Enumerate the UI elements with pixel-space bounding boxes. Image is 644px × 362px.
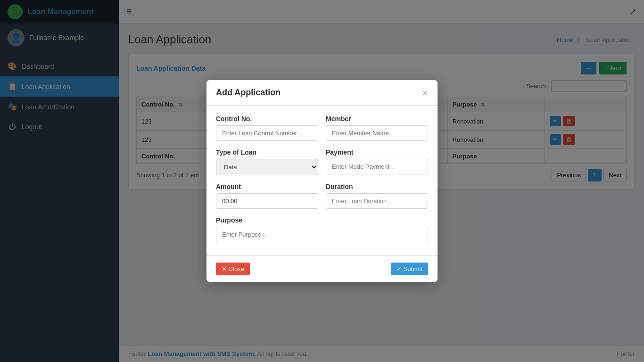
form-group-purpose: Purpose (216, 216, 428, 242)
type-label: Type of Loan (216, 148, 318, 156)
purpose-label: Purpose (216, 216, 428, 224)
amount-label: Amount (216, 183, 318, 190)
amount-input[interactable] (216, 193, 318, 209)
form-row-2: Type of Loan Data Payment (216, 148, 428, 175)
form-group-duration: Duration (326, 183, 428, 209)
modal-footer: ✕ Close ✔ Submit (206, 255, 438, 282)
purpose-input[interactable] (216, 227, 428, 242)
duration-label: Duration (326, 183, 428, 190)
add-application-modal: Add Application × Control No. Member Typ… (206, 80, 438, 282)
modal-header: Add Application × (206, 80, 438, 106)
form-group-type: Type of Loan Data (216, 148, 318, 175)
member-label: Member (326, 115, 428, 123)
form-group-control-no: Control No. (216, 115, 318, 141)
modal-body: Control No. Member Type of Loan Data Pay… (206, 106, 438, 255)
type-select[interactable]: Data (216, 159, 318, 175)
control-no-input[interactable] (216, 125, 318, 141)
payment-input[interactable] (326, 159, 428, 174)
payment-label: Payment (326, 148, 428, 156)
member-input[interactable] (326, 125, 428, 141)
form-group-payment: Payment (326, 148, 428, 175)
form-group-amount: Amount (216, 183, 318, 209)
modal-close-button[interactable]: × (422, 88, 428, 98)
form-row-3: Amount Duration (216, 183, 428, 209)
form-row-1: Control No. Member (216, 115, 428, 141)
control-no-label: Control No. (216, 115, 318, 123)
close-button[interactable]: ✕ Close (216, 263, 250, 275)
form-group-member: Member (326, 115, 428, 141)
submit-button[interactable]: ✔ Submit (391, 263, 428, 275)
modal-title: Add Application (216, 88, 281, 98)
modal-overlay[interactable]: Add Application × Control No. Member Typ… (0, 0, 644, 362)
duration-input[interactable] (326, 193, 428, 209)
